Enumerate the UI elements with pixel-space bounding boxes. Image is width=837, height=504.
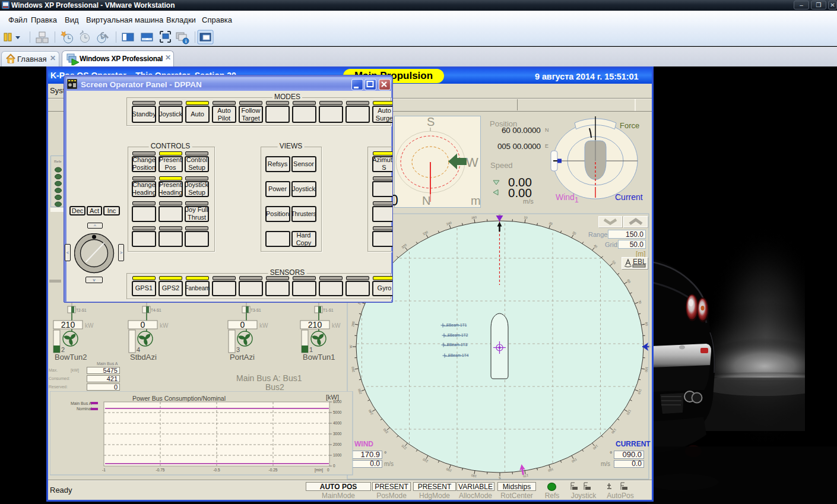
svg-text:PortAzi: PortAzi — [230, 353, 255, 362]
svg-text:6000: 6000 — [333, 400, 342, 404]
svg-text:10: 10 — [524, 215, 528, 220]
svg-text:T2-S1: T2-S1 — [76, 308, 87, 312]
svg-text:Nominal: Nominal — [77, 407, 92, 411]
svg-text:FBeam-1T1: FBeam-1T1 — [446, 323, 467, 327]
svg-text:FBeam-1T4: FBeam-1T4 — [448, 353, 469, 357]
svg-text:StbdAzi: StbdAzi — [130, 353, 157, 362]
svg-text:-0.5: -0.5 — [213, 468, 220, 472]
svg-text:FBeam-1T2: FBeam-1T2 — [448, 333, 468, 337]
svg-text:0: 0 — [333, 464, 335, 468]
svg-text:3000: 3000 — [333, 432, 342, 436]
svg-text:-1: -1 — [102, 468, 106, 472]
svg-text:210: 210 — [61, 320, 75, 329]
svg-text:210: 210 — [308, 320, 322, 329]
svg-text:0: 0 — [327, 468, 329, 472]
svg-text:[min]: [min] — [315, 468, 323, 473]
svg-text:4000: 4000 — [333, 421, 342, 425]
svg-text:0: 0 — [141, 320, 145, 329]
svg-text:BowTun2: BowTun2 — [55, 353, 87, 362]
svg-text:T3-S1: T3-S1 — [251, 308, 261, 312]
svg-text:m: m — [471, 194, 481, 207]
svg-text:-0.75: -0.75 — [156, 468, 165, 472]
svg-text:W: W — [466, 155, 478, 170]
svg-text:Main Bus A: Main Bus A — [71, 401, 92, 405]
svg-text:kW: kW — [160, 322, 169, 329]
svg-text:S: S — [427, 116, 435, 128]
svg-text:T1-S1: T1-S1 — [323, 308, 334, 312]
svg-text:5000: 5000 — [333, 410, 342, 414]
svg-text:kW: kW — [259, 322, 268, 329]
svg-text:80: 80 — [645, 322, 649, 326]
svg-text:kW: kW — [332, 322, 341, 329]
svg-text:kW: kW — [85, 322, 94, 329]
svg-text:BowTun1: BowTun1 — [303, 353, 335, 362]
svg-text:Power Bus Consumption/Nominal: Power Bus Consumption/Nominal — [132, 395, 226, 402]
svg-text:-0.25: -0.25 — [269, 468, 278, 472]
svg-text:1000: 1000 — [333, 453, 342, 457]
svg-text:0: 0 — [240, 320, 245, 329]
svg-text:N: N — [422, 194, 430, 207]
svg-text:FBeam-1T3: FBeam-1T3 — [447, 343, 468, 347]
svg-text:2000: 2000 — [333, 442, 342, 446]
svg-text:T4-S1: T4-S1 — [151, 308, 161, 312]
